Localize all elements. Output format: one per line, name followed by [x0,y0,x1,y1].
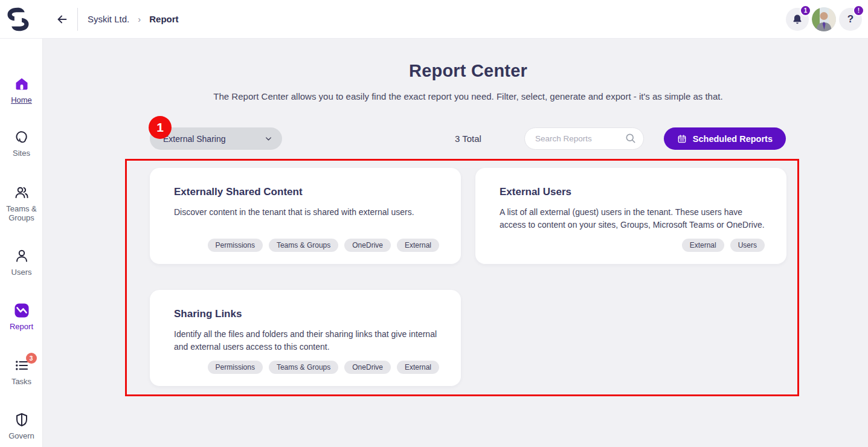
arrow-left-icon [56,13,69,26]
avatar-photo [812,7,836,31]
sidebar-item-label: Report [0,323,43,332]
topbar-actions: 1 ? ! [786,7,862,31]
sidebar-item-home[interactable]: Home [0,76,43,105]
sidebar-item-label: Govern [0,432,43,441]
main-content: Report Center The Report Center allows y… [43,39,868,447]
sidebar: Home Sites Teams & Groups [0,39,43,447]
tag-chip[interactable]: Users [730,239,765,252]
tag-chip[interactable]: Teams & Groups [269,239,338,252]
sidebar-item-govern[interactable]: Govern [0,412,43,441]
notifications-badge: 1 [800,5,811,16]
report-card-externally-shared-content[interactable]: Externally Shared Content Discover conte… [150,168,461,264]
sidebar-item-sites[interactable]: Sites [0,129,43,158]
help-button[interactable]: ? ! [839,8,862,31]
sidebar-item-users[interactable]: Users [0,248,43,277]
category-filter-dropdown[interactable]: External Sharing [150,127,282,150]
avatar[interactable] [812,7,836,31]
scheduled-reports-label: Scheduled Reports [693,134,773,144]
calendar-icon [677,134,687,144]
breadcrumb-separator-icon: › [138,14,141,24]
card-title: External Users [500,186,765,198]
card-tags: Permissions Teams & Groups OneDrive Exte… [174,353,439,374]
sites-icon [14,129,30,147]
tag-chip[interactable]: Permissions [208,361,263,374]
tag-chip[interactable]: OneDrive [344,239,391,252]
app-window: Syskit Ltd. › Report 1 [0,0,868,447]
topbar: Syskit Ltd. › Report 1 [0,0,868,39]
help-badge: ! [853,5,864,16]
home-icon [14,76,30,94]
sidebar-item-label: Tasks [0,378,43,387]
search-input[interactable] [524,127,644,150]
tag-chip[interactable]: External [397,239,439,252]
sidebar-item-tasks[interactable]: 3 Tasks [0,358,43,387]
card-description: Identify all the files and folders and t… [174,328,439,353]
tag-chip[interactable]: Teams & Groups [269,361,338,374]
card-tags: External Users [500,231,765,252]
card-title: Externally Shared Content [174,186,439,198]
sidebar-item-label: Home [0,96,43,105]
tasks-badge: 3 [26,353,37,364]
sidebar-item-label: Teams & Groups [0,205,43,223]
tag-chip[interactable]: Permissions [208,239,263,252]
back-button[interactable] [56,13,69,26]
tag-chip[interactable]: External [682,239,724,252]
category-filter-value: External Sharing [163,134,265,144]
card-description: A list of all external (guest) users in … [500,206,765,231]
controls-row: External Sharing 3 Total [150,127,786,150]
report-icon [14,303,30,321]
tag-chip[interactable]: OneDrive [344,361,391,374]
total-count: 3 Total [438,127,498,150]
report-card-external-users[interactable]: External Users A list of all external (g… [475,168,786,264]
notifications-button[interactable]: 1 [786,8,809,31]
scheduled-reports-button[interactable]: Scheduled Reports [664,127,786,150]
tasks-icon: 3 [14,358,30,376]
syskit-logo-icon [5,7,31,32]
card-tags: Permissions Teams & Groups OneDrive Exte… [174,231,439,252]
report-card-sharing-links[interactable]: Sharing Links Identify all the files and… [150,290,461,386]
page-title: Report Center [150,39,786,81]
card-title: Sharing Links [174,308,439,320]
page-subtitle: The Report Center allows you to easily f… [150,91,786,101]
sidebar-item-teams-groups[interactable]: Teams & Groups [0,185,43,223]
users-icon [14,248,30,266]
breadcrumb: Syskit Ltd. › Report [88,14,179,24]
card-description: Discover content in the tenant that is s… [174,206,439,219]
chevron-down-icon [265,135,272,143]
search-reports [524,127,644,150]
breadcrumb-current: Report [149,14,178,24]
syskit-logo[interactable] [5,6,31,33]
tag-chip[interactable]: External [397,361,439,374]
teams-groups-icon [14,185,30,203]
sidebar-item-label: Sites [0,149,43,158]
govern-icon [14,412,30,430]
report-cards-grid: Externally Shared Content Discover conte… [150,168,786,386]
question-mark-icon: ? [847,13,854,25]
sidebar-item-label: Users [0,268,43,277]
breadcrumb-org[interactable]: Syskit Ltd. [88,14,129,24]
topbar-divider [77,8,78,31]
sidebar-item-report[interactable]: Report [0,303,43,332]
